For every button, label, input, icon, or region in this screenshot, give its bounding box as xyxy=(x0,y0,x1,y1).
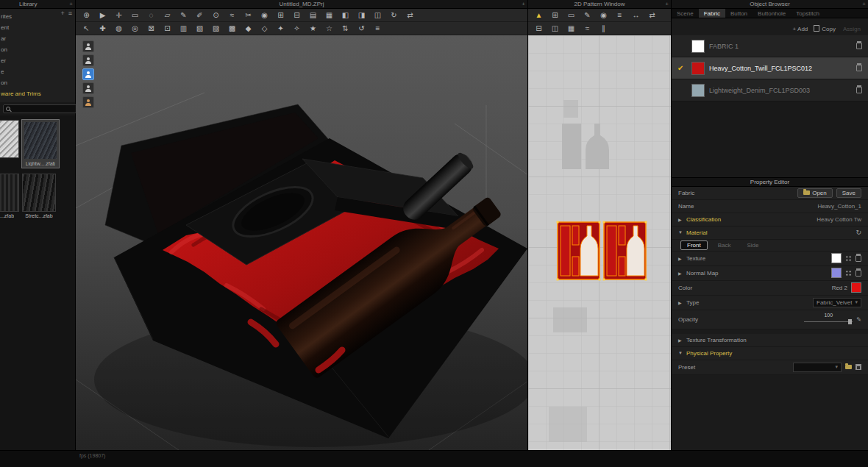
library-item[interactable]: er xyxy=(0,55,75,66)
viewport-pin-icon[interactable]: + xyxy=(522,1,525,7)
tab-back[interactable]: Back xyxy=(712,241,737,249)
tab-buttonhole[interactable]: Buttonhole xyxy=(753,9,791,18)
name-value[interactable]: Heavy_Cotton_1 xyxy=(817,203,861,210)
fabric-thumbnail[interactable]: ...zfab xyxy=(0,174,19,218)
material-row[interactable]: ▼ Material ↻ xyxy=(672,227,868,240)
texture-transform-row[interactable]: ▶ Texture Transformation xyxy=(672,334,868,347)
tab-side[interactable]: Side xyxy=(741,241,764,249)
diamond-outline-tool-icon[interactable]: ◇ xyxy=(257,23,272,34)
button-tool-icon[interactable]: ▤ xyxy=(305,10,321,21)
assign-fabric-button[interactable]: Assign xyxy=(843,26,861,32)
avatar-tool-icon[interactable]: ◍ xyxy=(111,23,127,34)
fold-arrangement-tool-icon[interactable]: ⊞ xyxy=(273,10,288,21)
fabric-row[interactable]: Lightweight_Denim_FCL1PSD003 xyxy=(672,79,868,101)
move-horizontal-tool-icon[interactable]: ↔ xyxy=(628,10,644,21)
opacity-slider[interactable]: 100 xyxy=(804,314,853,324)
pattern-piece-selected[interactable] xyxy=(603,221,647,281)
target-tool-icon[interactable]: ◎ xyxy=(127,23,143,34)
open-button[interactable]: Open xyxy=(797,188,833,198)
uv-grid-icon[interactable] xyxy=(845,270,852,277)
sync-tool-icon[interactable]: ⇄ xyxy=(402,10,418,21)
library-pin-icon[interactable]: + xyxy=(69,1,73,7)
zipper-tool-icon[interactable]: ◧ xyxy=(338,10,353,21)
arrange-tool-icon[interactable]: ↖ xyxy=(79,23,94,34)
pattern-piece-selected[interactable] xyxy=(557,221,601,281)
wind-tool-icon[interactable]: ⊟ xyxy=(289,10,305,21)
delete-box-tool-icon[interactable]: ⊠ xyxy=(143,23,159,34)
point-edit-tool-icon[interactable]: ◉ xyxy=(596,10,611,21)
hatch-b-tool-icon[interactable]: ▨ xyxy=(208,23,224,34)
delete-icon[interactable] xyxy=(856,65,862,71)
pattern-pin-icon[interactable]: + xyxy=(665,1,669,7)
delete-icon[interactable] xyxy=(855,255,861,262)
transform-pattern-tool-icon[interactable]: ▱ xyxy=(160,10,175,21)
show-arrangement-button[interactable] xyxy=(82,54,94,66)
preset-dropdown[interactable]: ▾ xyxy=(793,363,842,372)
tack-tool-icon[interactable]: ◉ xyxy=(257,10,272,21)
texture-row[interactable]: ▶ Texture xyxy=(672,252,868,266)
trim-tool-icon[interactable]: ◨ xyxy=(354,10,369,21)
library-item[interactable]: ent xyxy=(0,22,75,33)
segment-sewing-tool-icon[interactable]: ≈ xyxy=(224,10,240,21)
sync-2d-icon[interactable]: ⇄ xyxy=(644,10,660,21)
delete-icon[interactable] xyxy=(855,270,861,277)
texture-tool-icon[interactable]: ▥ xyxy=(176,23,191,34)
tab-scene[interactable]: Scene xyxy=(672,9,699,18)
trace-tool-icon[interactable]: ⊟ xyxy=(531,23,547,34)
library-item[interactable]: on xyxy=(0,77,75,88)
solid-box-tool-icon[interactable]: ⊡ xyxy=(160,23,175,34)
save-preset-icon[interactable] xyxy=(855,364,861,370)
library-item[interactable]: e xyxy=(0,66,75,77)
show-avatar-button[interactable] xyxy=(82,40,94,52)
piping-tool-icon[interactable]: ◫ xyxy=(370,10,385,21)
select-box-tool-icon[interactable]: ▭ xyxy=(127,10,143,21)
tab-button[interactable]: Button xyxy=(725,9,753,18)
uv-grid-icon[interactable] xyxy=(845,255,852,262)
edit-pattern-tool-icon[interactable]: ✎ xyxy=(176,10,191,21)
refresh-tool-icon[interactable]: ↻ xyxy=(386,10,402,21)
pin-tool-icon[interactable]: ⊙ xyxy=(208,10,224,21)
tab-fabric[interactable]: Fabric xyxy=(699,9,725,18)
texture-swatch[interactable] xyxy=(831,253,842,263)
sparkle-outline-tool-icon[interactable]: ✧ xyxy=(289,23,305,34)
fabric-thumbnail-selected[interactable]: Lightw....zfab xyxy=(22,120,59,168)
pattern-2d-canvas[interactable] xyxy=(528,35,671,450)
grid-tool-icon[interactable]: ▦ xyxy=(563,23,579,34)
seamline-tool-icon[interactable]: ≈ xyxy=(580,23,595,34)
rect-pattern-tool-icon[interactable]: ▭ xyxy=(563,10,579,21)
folder-icon[interactable] xyxy=(845,365,852,369)
panel-tool-icon[interactable]: ◫ xyxy=(547,23,563,34)
edit-curve-tool-icon[interactable]: ✐ xyxy=(192,10,207,21)
copy-fabric-button[interactable]: Copy xyxy=(815,26,836,32)
tab-topstitch[interactable]: Topstitch xyxy=(791,9,825,18)
scene-3d-canvas[interactable] xyxy=(76,35,527,450)
delete-icon[interactable] xyxy=(856,43,862,49)
swap-tool-icon[interactable]: ⇅ xyxy=(338,23,353,34)
normal-map-row[interactable]: ▶ Normal Map xyxy=(672,266,868,281)
buttonhole-tool-icon[interactable]: ▦ xyxy=(321,10,337,21)
slider-handle[interactable] xyxy=(848,319,852,324)
fabric-thumbnail[interactable]: Stretc...zfab xyxy=(22,174,56,218)
star-outline-tool-icon[interactable]: ☆ xyxy=(321,23,337,34)
simulate-tool-icon[interactable]: ▶ xyxy=(95,10,110,21)
undo-tool-icon[interactable]: ↺ xyxy=(354,23,369,34)
pen-pattern-tool-icon[interactable]: ✎ xyxy=(580,10,595,21)
sparkle-tool-icon[interactable]: ✦ xyxy=(273,23,288,34)
delete-icon[interactable] xyxy=(856,87,862,93)
gizmo-tool-icon[interactable]: ⊕ xyxy=(79,10,94,21)
star-tool-icon[interactable]: ★ xyxy=(305,23,321,34)
browser-pin-icon[interactable]: + xyxy=(862,1,866,7)
library-item[interactable]: on xyxy=(0,44,75,55)
add-fabric-button[interactable]: + Add xyxy=(793,26,808,32)
hatch-c-tool-icon[interactable]: ▩ xyxy=(224,23,240,34)
type-dropdown[interactable]: Fabric_Velvet ▾ xyxy=(813,298,861,307)
add-tool-icon[interactable]: ✚ xyxy=(95,23,110,34)
hatch-a-tool-icon[interactable]: ▧ xyxy=(192,23,207,34)
library-item[interactable]: ar xyxy=(0,33,75,44)
physical-property-row[interactable]: ▼ Physical Property xyxy=(672,347,868,360)
color-swatch[interactable] xyxy=(851,282,861,293)
list-tool-icon[interactable]: ≡ xyxy=(370,23,385,34)
classification-row[interactable]: ▶ Classification Heavy Cotton Tw xyxy=(672,213,868,227)
fabric-row-selected[interactable]: ✔ Heavy_Cotton_Twill_FCL1PSC012 xyxy=(672,57,868,79)
show-strain-button[interactable] xyxy=(82,96,94,108)
